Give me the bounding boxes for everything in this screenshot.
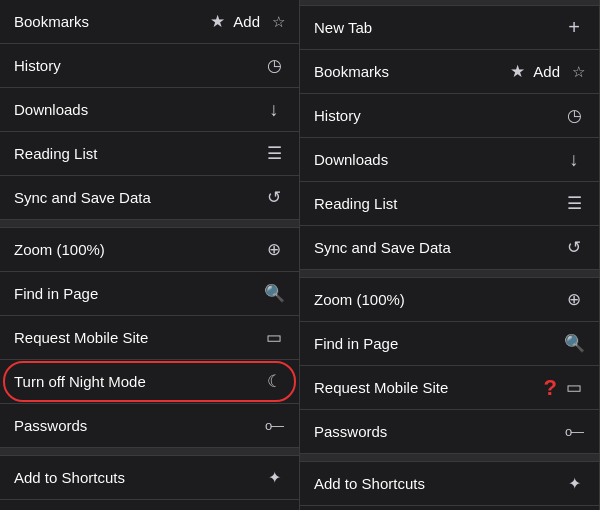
zoom-icon: ⊕ (263, 239, 285, 260)
left-find-item[interactable]: Find in Page 🔍 (0, 272, 299, 316)
download-icon: ↓ (263, 99, 285, 121)
right-add-button[interactable]: Add (533, 63, 560, 80)
left-zoom-item[interactable]: Zoom (100%) ⊕ (0, 228, 299, 272)
right-reading-list-item[interactable]: Reading List ☰ (300, 182, 599, 226)
right-shortcuts-icon: ✦ (563, 474, 585, 493)
left-passwords-item[interactable]: Passwords o— (0, 404, 299, 448)
right-passwords-icon: o— (563, 424, 585, 439)
night-mode-icon: ☾ (263, 371, 285, 392)
left-bookmarks-item[interactable]: Bookmarks ★ Add ☆ (0, 0, 299, 44)
left-night-mode-item[interactable]: Turn off Night Mode ☾ (0, 360, 299, 404)
right-find-icon: 🔍 (563, 333, 585, 354)
reading-list-label: Reading List (14, 145, 97, 162)
history-icon: ◷ (263, 55, 285, 76)
sync-icon: ↺ (263, 187, 285, 208)
right-new-tab-item[interactable]: New Tab + (300, 6, 599, 50)
bookmark-filled-star-icon[interactable]: ★ (210, 11, 225, 32)
left-separator-1 (0, 220, 299, 228)
night-mode-label: Turn off Night Mode (14, 373, 146, 390)
shortcuts-icon: ✦ (263, 468, 285, 487)
right-shortcuts-label: Add to Shortcuts (314, 475, 425, 492)
right-bookmarks-actions: ★ Add ☆ (510, 61, 585, 82)
right-zoom-icon: ⊕ (563, 289, 585, 310)
bookmark-empty-star-icon[interactable]: ☆ (272, 13, 285, 31)
left-sync-item[interactable]: Sync and Save Data ↺ (0, 176, 299, 220)
add-button[interactable]: Add (233, 13, 260, 30)
bookmarks-actions: ★ Add ☆ (210, 11, 285, 32)
right-history-label: History (314, 107, 361, 124)
zoom-label: Zoom (100%) (14, 241, 105, 258)
mobile-icon: ▭ (263, 327, 285, 348)
right-downloads-item[interactable]: Downloads ↓ (300, 138, 599, 182)
right-find-item[interactable]: Find in Page 🔍 (300, 322, 599, 366)
left-separator-2 (0, 448, 299, 456)
left-downloads-item[interactable]: Downloads ↓ (0, 88, 299, 132)
passwords-icon: o— (263, 418, 285, 433)
right-bookmarks-item[interactable]: Bookmarks ★ Add ☆ (300, 50, 599, 94)
find-label: Find in Page (14, 285, 98, 302)
right-panel: New Tab + Bookmarks ★ Add ☆ History ◷ Do… (300, 0, 600, 510)
right-bookmark-filled-star-icon[interactable]: ★ (510, 61, 525, 82)
left-menu: Bookmarks ★ Add ☆ History ◷ Downloads ↓ … (0, 0, 299, 510)
right-menu: New Tab + Bookmarks ★ Add ☆ History ◷ Do… (300, 0, 599, 510)
left-reading-list-item[interactable]: Reading List ☰ (0, 132, 299, 176)
right-passwords-label: Passwords (314, 423, 387, 440)
right-find-label: Find in Page (314, 335, 398, 352)
passwords-label: Passwords (14, 417, 87, 434)
left-copy-link-item[interactable]: Copy Link ⧉ (0, 500, 299, 510)
right-mobile-icon: ▭ (563, 377, 585, 398)
history-label: History (14, 57, 61, 74)
left-request-mobile-item[interactable]: Request Mobile Site ▭ (0, 316, 299, 360)
right-reading-list-icon: ☰ (563, 193, 585, 214)
right-download-icon: ↓ (563, 149, 585, 171)
right-history-icon: ◷ (563, 105, 585, 126)
right-passwords-item[interactable]: Passwords o— (300, 410, 599, 454)
request-mobile-label: Request Mobile Site (14, 329, 148, 346)
right-bookmark-empty-star-icon[interactable]: ☆ (572, 63, 585, 81)
right-separator-1 (300, 270, 599, 278)
new-tab-icon: + (563, 16, 585, 39)
right-sync-label: Sync and Save Data (314, 239, 451, 256)
reading-list-icon: ☰ (263, 143, 285, 164)
right-downloads-label: Downloads (314, 151, 388, 168)
right-sync-icon: ↺ (563, 237, 585, 258)
right-bookmarks-label: Bookmarks (314, 63, 510, 80)
right-request-mobile-item[interactable]: Request Mobile Site ? ▭ (300, 366, 599, 410)
right-history-item[interactable]: History ◷ (300, 94, 599, 138)
left-history-item[interactable]: History ◷ (0, 44, 299, 88)
bookmarks-label: Bookmarks (14, 13, 210, 30)
right-zoom-label: Zoom (100%) (314, 291, 405, 308)
left-history-item-left: History (14, 57, 263, 74)
shortcuts-label: Add to Shortcuts (14, 469, 125, 486)
right-sync-item[interactable]: Sync and Save Data ↺ (300, 226, 599, 270)
left-panel: Bookmarks ★ Add ☆ History ◷ Downloads ↓ … (0, 0, 300, 510)
right-separator-2 (300, 454, 599, 462)
find-icon: 🔍 (263, 283, 285, 304)
right-copy-link-item[interactable]: Copy Link ⧉ (300, 506, 599, 510)
right-zoom-item[interactable]: Zoom (100%) ⊕ (300, 278, 599, 322)
downloads-label: Downloads (14, 101, 88, 118)
right-reading-list-label: Reading List (314, 195, 397, 212)
red-question-annotation: ? (544, 375, 557, 401)
sync-label: Sync and Save Data (14, 189, 151, 206)
left-shortcuts-item[interactable]: Add to Shortcuts ✦ (0, 456, 299, 500)
right-shortcuts-item[interactable]: Add to Shortcuts ✦ (300, 462, 599, 506)
new-tab-label: New Tab (314, 19, 372, 36)
right-request-mobile-label: Request Mobile Site (314, 379, 448, 396)
